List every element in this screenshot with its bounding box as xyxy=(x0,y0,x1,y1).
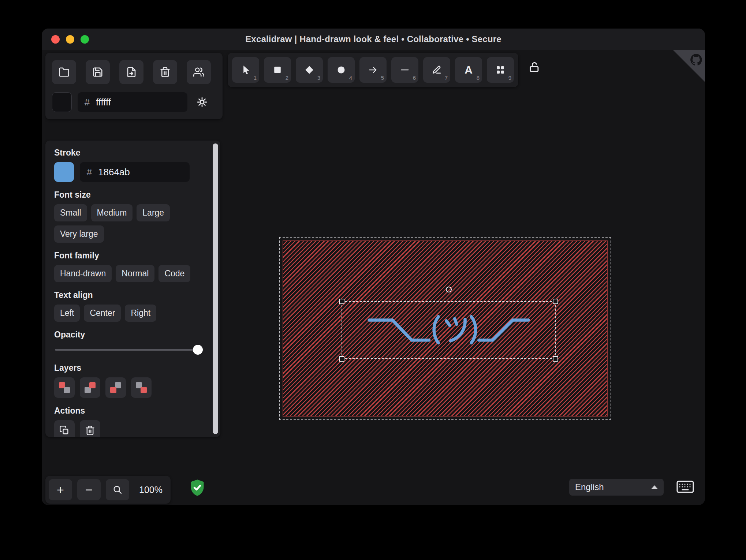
canvas-background-swatch[interactable] xyxy=(52,92,72,112)
bring-forward-icon xyxy=(110,382,121,393)
open-button[interactable] xyxy=(52,60,76,84)
text-align-left-button[interactable]: Left xyxy=(54,305,80,322)
zoom-reset-button[interactable] xyxy=(106,479,129,500)
titlebar: Excalidraw | Hand-drawn look & feel • Co… xyxy=(42,29,705,50)
encryption-shield-icon xyxy=(190,479,205,497)
tool-shapes[interactable]: 9 xyxy=(487,57,514,83)
export-button[interactable] xyxy=(119,60,143,84)
resize-handle-top-left[interactable] xyxy=(339,299,344,304)
zoom-out-button[interactable]: − xyxy=(77,479,101,500)
opacity-heading: Opacity xyxy=(54,330,204,340)
delete-button[interactable] xyxy=(80,420,100,437)
tool-text[interactable]: A 8 xyxy=(455,57,482,83)
opacity-slider-knob[interactable] xyxy=(193,345,203,355)
tool-selection[interactable]: 1 xyxy=(232,57,259,83)
collaborators-icon xyxy=(193,67,204,78)
keyboard-shortcuts-button[interactable] xyxy=(676,479,695,494)
tool-rectangle[interactable]: 2 xyxy=(264,57,291,83)
font-size-heading: Font size xyxy=(54,190,204,200)
unlock-icon xyxy=(528,61,541,74)
language-selected-value: English xyxy=(575,482,604,492)
stroke-heading: Stroke xyxy=(54,148,204,158)
lock-button[interactable] xyxy=(526,60,542,75)
collaboration-button[interactable] xyxy=(187,60,211,84)
text-align-right-button[interactable]: Right xyxy=(125,305,156,322)
minimize-window-button[interactable] xyxy=(66,35,74,44)
tool-diamond[interactable]: 3 xyxy=(296,57,323,83)
pencil-icon xyxy=(432,65,442,75)
save-button[interactable] xyxy=(86,60,110,84)
tool-shortcut: 5 xyxy=(381,75,384,81)
rectangle-icon xyxy=(272,65,283,75)
font-family-normal-button[interactable]: Normal xyxy=(116,265,154,282)
text-element[interactable]: ¯\_(ツ)_/¯ xyxy=(361,310,537,350)
tool-draw[interactable]: 7 xyxy=(423,57,450,83)
font-family-hand-drawn-button[interactable]: Hand-drawn xyxy=(54,265,112,282)
font-size-large-button[interactable]: Large xyxy=(137,204,170,221)
shapes-grid-icon xyxy=(495,65,506,75)
diamond-icon xyxy=(304,65,314,75)
duplicate-button[interactable] xyxy=(54,420,75,437)
send-to-back-button[interactable] xyxy=(54,377,75,398)
font-size-very-large-button[interactable]: Very large xyxy=(54,225,104,243)
language-select[interactable]: English xyxy=(569,479,664,496)
shrug-drawing-icon xyxy=(361,310,537,348)
duplicate-icon xyxy=(59,425,70,436)
resize-handle-bottom-left[interactable] xyxy=(339,356,344,362)
opacity-slider[interactable] xyxy=(55,344,203,355)
properties-panel: Stroke # Font size Small Medium Large Ve… xyxy=(45,141,220,437)
stroke-color-input[interactable] xyxy=(97,166,188,178)
tool-ellipse[interactable]: 4 xyxy=(328,57,355,83)
zoom-level: 100% xyxy=(134,485,167,495)
arrow-icon xyxy=(368,65,378,75)
save-icon xyxy=(92,67,103,78)
send-to-back-icon xyxy=(59,382,70,393)
tool-arrow[interactable]: 5 xyxy=(359,57,387,83)
send-backward-button[interactable] xyxy=(80,377,100,398)
tool-shortcut: 9 xyxy=(508,75,511,81)
send-backward-icon xyxy=(85,382,96,393)
font-size-medium-button[interactable]: Medium xyxy=(91,204,133,221)
stroke-color-swatch[interactable] xyxy=(54,162,74,182)
font-family-code-button[interactable]: Code xyxy=(158,265,190,282)
tool-palette: 1 2 3 4 5 6 7 A 8 xyxy=(228,53,518,87)
actions-heading: Actions xyxy=(54,406,204,416)
zoom-window-button[interactable] xyxy=(81,35,89,44)
tool-shortcut: 4 xyxy=(349,75,352,81)
reset-canvas-button[interactable] xyxy=(153,60,177,84)
close-window-button[interactable] xyxy=(51,35,60,44)
github-corner-link[interactable] xyxy=(673,50,705,82)
text-tool-icon: A xyxy=(465,64,473,75)
resize-handle-top-right[interactable] xyxy=(553,299,558,304)
panel-scrollbar[interactable] xyxy=(213,143,218,434)
canvas-background-input[interactable] xyxy=(95,96,186,108)
resize-handle-bottom-right[interactable] xyxy=(553,356,558,362)
folder-open-icon xyxy=(59,67,70,78)
zoom-in-button[interactable]: + xyxy=(49,479,72,500)
bring-forward-button[interactable] xyxy=(105,377,126,398)
keyboard-icon xyxy=(676,480,694,493)
font-family-heading: Font family xyxy=(54,251,204,261)
selection-cursor-icon xyxy=(240,65,251,75)
file-actions-panel: # xyxy=(45,53,223,119)
tool-shortcut: 6 xyxy=(413,75,416,81)
zoom-controls: + − 100% xyxy=(45,476,171,504)
bring-to-front-button[interactable] xyxy=(131,377,152,398)
ellipse-icon xyxy=(336,65,346,75)
opacity-slider-track[interactable] xyxy=(55,349,203,351)
tool-shortcut: 2 xyxy=(286,75,288,81)
stroke-hex-box: # xyxy=(80,162,190,182)
rotate-handle[interactable] xyxy=(446,287,452,292)
traffic-lights xyxy=(51,29,89,50)
settings-button[interactable] xyxy=(193,93,211,111)
tool-shortcut: 8 xyxy=(477,75,480,81)
tool-line[interactable]: 6 xyxy=(391,57,418,83)
text-align-center-button[interactable]: Center xyxy=(84,305,121,322)
trash-icon xyxy=(85,425,95,436)
layers-heading: Layers xyxy=(54,363,204,373)
tool-shortcut: 7 xyxy=(445,75,448,81)
hash-label: # xyxy=(79,97,95,108)
excalidraw-window: Excalidraw | Hand-drawn look & feel • Co… xyxy=(42,29,705,505)
canvas-background-hex-box: # xyxy=(78,92,187,112)
font-size-small-button[interactable]: Small xyxy=(54,204,87,221)
